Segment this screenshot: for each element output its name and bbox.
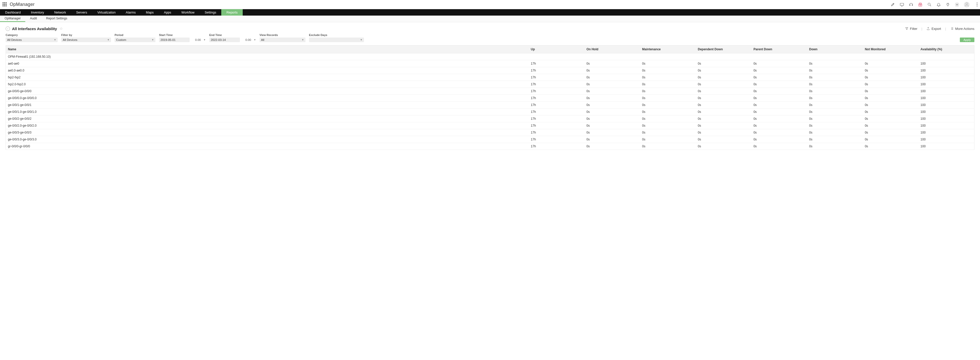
- cell-depDown: 0s: [696, 88, 751, 95]
- cell-maint: 0s: [640, 60, 696, 67]
- viewrecords-label: View Records: [259, 33, 305, 37]
- cell-name: fxp2.0-fxp2.0: [6, 81, 529, 88]
- viewrecords-value: All: [261, 38, 264, 41]
- cell-depDown: 0s: [696, 67, 751, 74]
- nav-maps[interactable]: Maps: [141, 9, 159, 16]
- cell-parDown: 0s: [751, 108, 807, 115]
- back-button[interactable]: ‹: [6, 27, 10, 31]
- gift-icon[interactable]: [918, 2, 923, 7]
- cell-depDown: 0s: [696, 102, 751, 108]
- viewrecords-select[interactable]: All▼: [259, 38, 305, 42]
- subnav-report-settings[interactable]: Report Settings: [41, 16, 72, 22]
- table-row[interactable]: ae0.0-ae0.017h0s0s0s0s0s0s100: [6, 67, 974, 74]
- cell-up: 17h: [529, 95, 584, 102]
- favorite-star-icon[interactable]: ☆: [59, 26, 63, 31]
- nav-dashboard[interactable]: Dashboard: [0, 9, 26, 16]
- table-row[interactable]: ge-0/0/0-ge-0/0/017h0s0s0s0s0s0s100: [6, 88, 974, 95]
- col-up[interactable]: Up: [529, 45, 584, 53]
- col-down[interactable]: Down: [807, 45, 863, 53]
- cell-name: ae0-ae0: [6, 60, 529, 67]
- col-not-monitored[interactable]: Not Monitored: [863, 45, 918, 53]
- user-avatar[interactable]: [964, 2, 969, 7]
- table-row[interactable]: gr-0/0/0-gr-0/0/017h0s0s0s0s0s0s100: [6, 143, 974, 150]
- category-label: Category: [6, 33, 58, 37]
- table-row[interactable]: ge-0/0/0.0-ge-0/0/0.017h0s0s0s0s0s0s100: [6, 95, 974, 102]
- cell-down: 0s: [807, 115, 863, 122]
- col-on-hold[interactable]: On Hold: [584, 45, 640, 53]
- nav-settings[interactable]: Settings: [200, 9, 221, 16]
- nav-alarms[interactable]: Alarms: [121, 9, 141, 16]
- app-title: OpManager: [10, 2, 35, 7]
- col-dependent-down[interactable]: Dependent Down: [696, 45, 751, 53]
- chevron-down-icon[interactable]: ▼: [254, 38, 256, 41]
- search-icon[interactable]: [927, 2, 932, 7]
- excludedays-select[interactable]: ▼: [309, 38, 364, 42]
- report-table: NameUpOn HoldMaintenanceDependent DownPa…: [6, 45, 974, 150]
- cell-up: 17h: [529, 67, 584, 74]
- gear-icon[interactable]: [955, 2, 959, 7]
- rocket-icon[interactable]: [891, 2, 895, 7]
- col-name[interactable]: Name: [6, 45, 529, 53]
- cell-up: 17h: [529, 122, 584, 129]
- starttime-hour: 0.00: [189, 38, 201, 41]
- table-row[interactable]: ge-0/0/2.0-ge-0/0/2.017h0s0s0s0s0s0s100: [6, 122, 974, 129]
- monitor-icon[interactable]: [900, 2, 904, 7]
- bell-icon[interactable]: [936, 2, 941, 7]
- more-actions[interactable]: More Actions: [950, 27, 974, 31]
- col-parent-down[interactable]: Parent Down: [751, 45, 807, 53]
- cell-name: ge-0/0/2.0-ge-0/0/2.0: [6, 122, 529, 129]
- cell-parDown: 0s: [751, 67, 807, 74]
- headset-icon[interactable]: [909, 2, 913, 7]
- nav-apps[interactable]: Apps: [159, 9, 177, 16]
- nav-inventory[interactable]: Inventory: [26, 9, 49, 16]
- cell-notMon: 0s: [863, 95, 918, 102]
- table-row[interactable]: fxp2.0-fxp2.017h0s0s0s0s0s0s100: [6, 81, 974, 88]
- period-select[interactable]: Custom▼: [115, 38, 156, 42]
- viewrecords-group: View Records All▼: [259, 33, 305, 42]
- table-row[interactable]: ge-0/0/3-ge-0/0/317h0s0s0s0s0s0s100: [6, 129, 974, 136]
- table-row[interactable]: ge-0/0/1-ge-0/0/117h0s0s0s0s0s0s100: [6, 102, 974, 108]
- table-row[interactable]: ae0-ae017h0s0s0s0s0s0s100: [6, 60, 974, 67]
- separator: |: [945, 27, 946, 31]
- excludedays-group: Exclude Days ▼: [309, 33, 364, 42]
- nav-workflow[interactable]: Workflow: [177, 9, 200, 16]
- cell-up: 17h: [529, 60, 584, 67]
- cell-up: 17h: [529, 143, 584, 150]
- subnav-audit[interactable]: Audit: [25, 16, 41, 22]
- cell-maint: 0s: [640, 95, 696, 102]
- starttime-input[interactable]: 2019-05-01: [159, 38, 189, 42]
- filterby-select[interactable]: All Devices▼: [61, 38, 111, 42]
- svg-point-4: [966, 3, 967, 4]
- export-action[interactable]: Export: [926, 27, 941, 31]
- nav-virtualization[interactable]: Virtualization: [92, 9, 121, 16]
- table-row[interactable]: ge-0/0/1.0-ge-0/0/1.017h0s0s0s0s0s0s100: [6, 108, 974, 115]
- col-maintenance[interactable]: Maintenance: [640, 45, 696, 53]
- nav-reports[interactable]: Reports: [221, 9, 243, 16]
- table-row[interactable]: ge-0/0/2-ge-0/0/217h0s0s0s0s0s0s100: [6, 115, 974, 122]
- nav-network[interactable]: Network: [49, 9, 71, 16]
- svg-point-2: [928, 3, 930, 5]
- nav-servers[interactable]: Servers: [71, 9, 92, 16]
- cell-onHold: 0s: [584, 60, 640, 67]
- chevron-down-icon[interactable]: ▼: [204, 38, 206, 41]
- category-select[interactable]: All Devices▼: [6, 38, 58, 42]
- more-vertical-icon[interactable]: [977, 3, 977, 6]
- filter-label: Filter: [910, 27, 918, 31]
- group-row[interactable]: OPM-Firewall1 (192.168.50.10): [6, 53, 974, 60]
- cell-name: ae0.0-ae0.0: [6, 67, 529, 74]
- col-availability-[interactable]: Availability (%): [918, 45, 974, 53]
- cell-parDown: 0s: [751, 81, 807, 88]
- apply-button[interactable]: Apply: [960, 38, 974, 42]
- table-row[interactable]: ge-0/0/3.0-ge-0/0/3.017h0s0s0s0s0s0s100: [6, 136, 974, 143]
- table-row[interactable]: fxp2-fxp217h0s0s0s0s0s0s100: [6, 74, 974, 81]
- endtime-input[interactable]: 2022-03-14: [209, 38, 240, 42]
- cell-onHold: 0s: [584, 74, 640, 81]
- filterby-label: Filter by: [61, 33, 111, 37]
- filter-action[interactable]: Filter: [905, 27, 918, 31]
- subnav-opmanager[interactable]: OpManager: [0, 16, 25, 22]
- plug-icon[interactable]: [945, 2, 950, 7]
- app-menu-icon[interactable]: [3, 2, 7, 7]
- cell-maint: 0s: [640, 74, 696, 81]
- svg-rect-0: [900, 3, 904, 5]
- starttime-label: Start Time: [159, 33, 206, 37]
